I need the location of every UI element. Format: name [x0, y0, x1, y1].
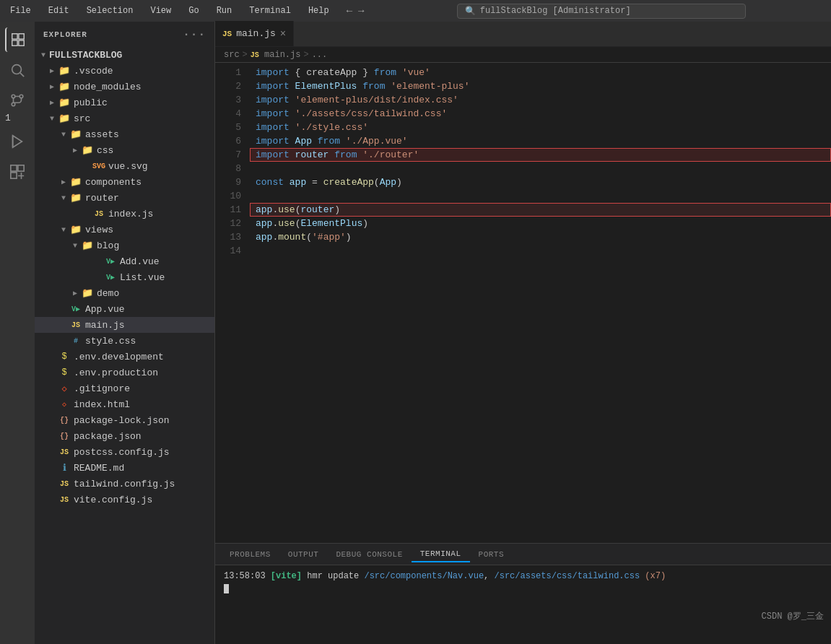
env-icon: $: [58, 350, 71, 363]
tree-main-js[interactable]: ▶ JS main.js: [35, 317, 214, 333]
activity-scm[interactable]: [5, 88, 30, 113]
tree-css-folder[interactable]: ▶ 📁 css: [35, 142, 214, 158]
tree-env-dev[interactable]: ▶ $ .env.development: [35, 349, 214, 365]
activity-explorer[interactable]: [5, 27, 30, 52]
code-line-12: app.use(ElementPlus): [250, 217, 831, 230]
sidebar-more-button[interactable]: ···: [183, 28, 206, 41]
activity-debug[interactable]: [5, 129, 30, 154]
breadcrumb-dots[interactable]: ...: [312, 50, 328, 60]
tree-vite[interactable]: ▶ JS vite.config.js: [35, 492, 214, 508]
tree-views[interactable]: ▼ 📁 views: [35, 222, 214, 238]
tree-readme[interactable]: ▶ ℹ README.md: [35, 460, 214, 476]
sidebar: EXPLORER ··· ▼ FULLSTACKBLOG ▶ 📁 .vscode…: [35, 22, 215, 644]
code-line-5: import './style.css': [250, 121, 831, 134]
token: '#app': [312, 232, 346, 243]
tree-package-lock[interactable]: ▶ {} package-lock.json: [35, 412, 214, 428]
sidebar-title: EXPLORER: [43, 30, 87, 39]
menu-help[interactable]: Help: [305, 4, 332, 17]
folder-icon: 📁: [69, 128, 82, 141]
tree-index-html[interactable]: ▶ ◇ index.html: [35, 396, 214, 412]
tree-tailwind[interactable]: ▶ JS tailwind.config.js: [35, 476, 214, 492]
folder-icon: 📁: [58, 112, 71, 125]
menu-file[interactable]: File: [7, 4, 34, 17]
env-dev-label: .env.development: [74, 352, 164, 362]
menu-view[interactable]: View: [147, 4, 174, 17]
vue-svg-label: vue.svg: [108, 161, 148, 172]
tree-add-vue[interactable]: ▶ V▶ Add.vue: [35, 253, 214, 269]
panel-tab-ports[interactable]: PORTS: [470, 547, 513, 562]
terminal-vite: [vite]: [271, 571, 302, 581]
nav-back-button[interactable]: ←: [347, 5, 352, 17]
code-editor[interactable]: 1234567891011121314 import { createApp }…: [215, 63, 831, 543]
vue-icon: V▶: [104, 255, 117, 268]
tailwind-label: tailwind.config.js: [74, 479, 175, 489]
tree-list-vue[interactable]: ▶ V▶ List.vue: [35, 269, 214, 285]
token: (: [374, 177, 380, 188]
tree-router-index[interactable]: ▶ JS index.js: [35, 206, 214, 222]
views-label: views: [85, 225, 113, 235]
nav-forward-button[interactable]: →: [358, 5, 364, 17]
panel-tab-problems[interactable]: PROBLEMS: [221, 547, 279, 562]
panel-tab-output[interactable]: OUTPUT: [279, 547, 328, 562]
editor-area: JS main.js × src > JS main.js > ... 1234…: [215, 22, 831, 644]
code-line-9: const app = createApp(App): [250, 175, 831, 189]
tree-blog[interactable]: ▼ 📁 blog: [35, 238, 214, 253]
folder-icon: 📁: [58, 64, 71, 77]
panel-tab-debug[interactable]: DEBUG CONSOLE: [327, 547, 411, 562]
terminal-comma: ,: [484, 571, 494, 581]
tree-env-prod[interactable]: ▶ $ .env.production: [35, 365, 214, 380]
menu-go[interactable]: Go: [186, 4, 201, 17]
tree-public[interactable]: ▶ 📁 public: [35, 95, 214, 110]
info-icon: ℹ: [58, 461, 71, 474]
code-line-10: [250, 189, 831, 203]
menu-edit[interactable]: Edit: [45, 4, 72, 17]
tree-src[interactable]: ▼ 📁 src: [35, 110, 214, 126]
token: App: [295, 136, 312, 147]
tree-router[interactable]: ▼ 📁 router: [35, 190, 214, 206]
folder-icon: 📁: [81, 239, 94, 252]
activity-extensions[interactable]: [5, 160, 30, 184]
tree-app-vue[interactable]: ▶ V▶ App.vue: [35, 301, 214, 317]
titlebar: File Edit Selection View Go Run Terminal…: [0, 0, 831, 22]
activity-bar: 1: [0, 22, 35, 644]
tree-demo[interactable]: ▶ 📁 demo: [35, 285, 214, 301]
menu-run[interactable]: Run: [214, 4, 235, 17]
menu-selection[interactable]: Selection: [84, 4, 136, 17]
tree-vue-svg[interactable]: ▶ SVG vue.svg: [35, 158, 214, 174]
search-box[interactable]: 🔍 fullStackBlog [Administrator]: [457, 4, 746, 19]
postcss-label: postcss.config.js: [74, 447, 170, 458]
panel-tab-terminal[interactable]: TERMINAL: [412, 547, 470, 562]
token: from: [368, 67, 402, 78]
git-icon: ◇: [58, 382, 71, 395]
token: ElementPlus: [300, 218, 362, 229]
tab-main-js[interactable]: JS main.js ×: [215, 21, 294, 46]
svg-point-7: [19, 95, 23, 98]
code-content[interactable]: import { createApp } from 'vue'import El…: [250, 63, 831, 543]
tree-gitignore[interactable]: ▶ ◇ .gitignore: [35, 380, 214, 396]
tree-package-json[interactable]: ▶ {} package.json: [35, 428, 214, 444]
code-line-13: app.mount('#app'): [250, 230, 831, 244]
tree-style-css[interactable]: ▶ # style.css: [35, 333, 214, 349]
tree-vscode[interactable]: ▶ 📁 .vscode: [35, 63, 214, 79]
tree-components[interactable]: ▶ 📁 components: [35, 174, 214, 190]
svg-rect-11: [11, 165, 17, 171]
readme-label: README.md: [74, 463, 124, 474]
breadcrumb-src[interactable]: src: [224, 50, 240, 60]
tree-root[interactable]: ▼ FULLSTACKBLOG: [35, 47, 214, 63]
tree-node-modules[interactable]: ▶ 📁 node_modules: [35, 79, 214, 95]
tree-postcss[interactable]: ▶ JS postcss.config.js: [35, 444, 214, 460]
token: './style.css': [295, 122, 368, 133]
code-line-11: app.use(router): [250, 203, 831, 217]
breadcrumb: src > JS main.js > ...: [215, 47, 831, 63]
tab-close-button[interactable]: ×: [280, 29, 286, 39]
env-prod-label: .env.production: [74, 367, 158, 378]
main-layout: 1 EXPLORER ··· ▼ FULLSTACKBLOG: [0, 22, 831, 644]
terminal-path2: /src/assets/css/tailwind.css: [495, 571, 640, 581]
tree-assets[interactable]: ▼ 📁 assets: [35, 126, 214, 142]
breadcrumb-mainjs[interactable]: JS main.js: [251, 50, 301, 60]
activity-search[interactable]: [5, 58, 30, 82]
vscode-label: .vscode: [74, 66, 113, 77]
menu-terminal[interactable]: Terminal: [246, 4, 294, 17]
folder-icon: 📁: [69, 191, 82, 204]
folder-icon: 📁: [58, 80, 71, 93]
